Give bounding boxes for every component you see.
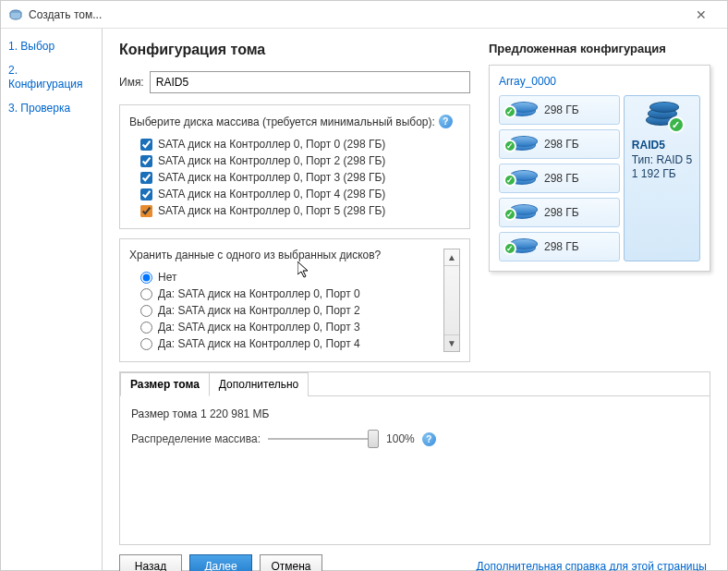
help-icon[interactable]: ? xyxy=(439,115,453,128)
disk-icon: ✓ xyxy=(505,202,539,223)
main-area: 1. Выбор 2. Конфигурация 3. Проверка Кон… xyxy=(1,29,727,570)
preserve-radio-0[interactable]: Нет xyxy=(129,269,438,286)
tabs-panel: Размер тома Дополнительно Размер тома 1 … xyxy=(119,371,710,545)
disk-icon: ✓ xyxy=(505,100,539,120)
disk-checkbox-4[interactable]: SATA диск на Контроллер 0, Порт 5 (298 Г… xyxy=(129,202,460,219)
proposed-disk-list: ✓ 298 ГБ ✓ 298 ГБ ✓ 298 ГБ xyxy=(499,95,620,261)
disk-checkbox-0[interactable]: SATA диск на Контроллер 0, Порт 0 (298 Г… xyxy=(129,136,460,152)
cancel-button[interactable]: Отмена xyxy=(260,554,322,571)
wizard-window: Создать том... ✕ 1. Выбор 2. Конфигураци… xyxy=(0,0,728,571)
step-1[interactable]: 1. Выбор xyxy=(8,40,94,55)
allocation-label: Распределение массива: xyxy=(131,432,261,445)
disk-icon: ✓ xyxy=(505,237,539,257)
titlebar: Создать том... ✕ xyxy=(1,1,727,29)
window-title: Создать том... xyxy=(29,8,683,21)
preserve-radio-4[interactable]: Да: SATA диск на Контроллер 0, Порт 4 xyxy=(129,335,438,352)
tab-advanced[interactable]: Дополнительно xyxy=(209,372,309,396)
preserve-radio-1[interactable]: Да: SATA диск на Контроллер 0, Порт 0 xyxy=(129,286,438,302)
app-icon xyxy=(8,7,23,22)
preserve-scrollbar[interactable]: ▲ ▼ xyxy=(443,249,460,352)
allocation-value: 100% xyxy=(386,432,415,445)
content: Конфигурация тома Имя: Выберите диска ма… xyxy=(103,29,727,570)
page-title: Конфигурация тома xyxy=(119,42,470,58)
raid-name: RAID5 xyxy=(632,139,692,153)
scroll-track[interactable] xyxy=(444,266,459,334)
array-box: Array_0000 ✓ 298 ГБ ✓ 298 ГБ xyxy=(489,65,710,272)
disk-checkbox-2[interactable]: SATA диск на Контроллер 0, Порт 3 (298 Г… xyxy=(129,169,460,186)
scroll-up-icon[interactable]: ▲ xyxy=(444,249,459,266)
tab-size[interactable]: Размер тома xyxy=(120,372,210,396)
back-button[interactable]: Назад xyxy=(119,554,182,571)
preserve-radio-2[interactable]: Да: SATA диск на Контроллер 0, Порт 2 xyxy=(129,302,438,319)
disk-icon: ✓ xyxy=(505,134,539,154)
proposed-title: Предложенная конфигурация xyxy=(489,42,710,55)
preserve-radio-3[interactable]: Да: SATA диск на Контроллер 0, Порт 3 xyxy=(129,319,438,335)
help-icon[interactable]: ? xyxy=(422,432,436,446)
right-column: Предложенная конфигурация Array_0000 ✓ 2… xyxy=(489,42,710,371)
disk-select-header: Выберите диска массива (требуется минима… xyxy=(129,115,435,128)
name-input[interactable] xyxy=(150,71,470,93)
raid-type: Тип: RAID 5 xyxy=(632,153,692,168)
raid-summary: ✓ RAID5 Тип: RAID 5 1 192 ГБ xyxy=(624,95,700,261)
proposed-disk-0: ✓ 298 ГБ xyxy=(499,95,620,125)
allocation-slider[interactable] xyxy=(268,431,379,446)
disk-icon: ✓ xyxy=(505,168,539,188)
preserve-panel: Хранить данные с одного из выбранных дис… xyxy=(119,238,470,362)
size-value: 1 220 981 МБ xyxy=(200,407,270,420)
close-button[interactable]: ✕ xyxy=(683,7,720,22)
disk-list: SATA диск на Контроллер 0, Порт 0 (298 Г… xyxy=(129,136,460,219)
sidebar: 1. Выбор 2. Конфигурация 3. Проверка xyxy=(1,29,103,570)
name-label: Имя: xyxy=(119,76,144,89)
raid-capacity: 1 192 ГБ xyxy=(632,167,692,182)
proposed-disk-3: ✓ 298 ГБ xyxy=(499,198,620,227)
footer: Назад Далее Отмена Дополнительная справк… xyxy=(119,554,710,571)
disk-checkbox-3[interactable]: SATA диск на Контроллер 0, Порт 4 (298 Г… xyxy=(129,186,460,202)
disk-checkbox-1[interactable]: SATA диск на Контроллер 0, Порт 2 (298 Г… xyxy=(129,152,460,169)
slider-thumb[interactable] xyxy=(368,430,379,448)
array-name: Array_0000 xyxy=(499,75,700,88)
left-column: Конфигурация тома Имя: Выберите диска ма… xyxy=(119,42,470,371)
proposed-disk-2: ✓ 298 ГБ xyxy=(499,164,620,193)
next-button[interactable]: Далее xyxy=(189,554,252,571)
step-3[interactable]: 3. Проверка xyxy=(8,102,94,116)
step-2[interactable]: 2. Конфигурация xyxy=(8,64,94,92)
help-link[interactable]: Дополнительная справка для этой страницы xyxy=(477,560,707,571)
disk-select-panel: Выберите диска массива (требуется минима… xyxy=(119,104,470,229)
scroll-down-icon[interactable]: ▼ xyxy=(444,334,459,351)
preserve-header: Хранить данные с одного из выбранных дис… xyxy=(129,249,381,261)
size-label: Размер тома xyxy=(131,407,198,420)
proposed-disk-1: ✓ 298 ГБ xyxy=(499,129,620,159)
proposed-disk-4: ✓ 298 ГБ xyxy=(499,232,620,261)
name-row: Имя: xyxy=(119,71,470,93)
raid-icon: ✓ xyxy=(644,102,681,133)
